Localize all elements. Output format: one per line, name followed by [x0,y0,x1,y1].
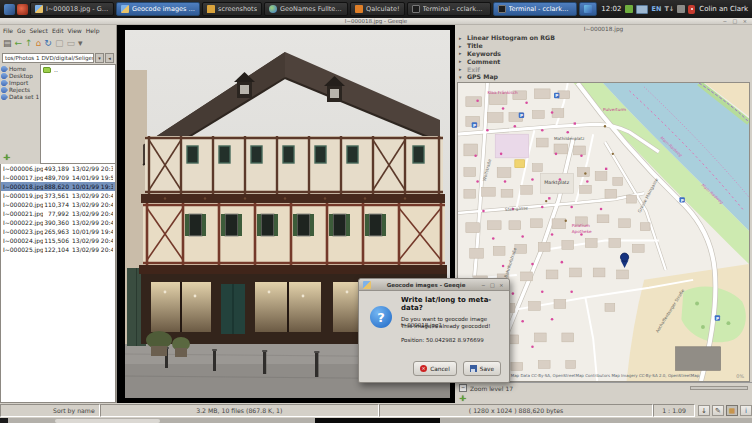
file-row[interactable]: I~000024.jpg115,50613/02/99 20:40:08 [1,236,115,245]
home-icon[interactable]: ⌂ [36,39,42,48]
cancel-icon: × [420,365,427,372]
float-file-list-icon[interactable]: ▭ [66,39,75,48]
file-row[interactable]: I~000025.jpg122,10413/02/99 20:40:08 [1,245,115,254]
add-map-button[interactable]: + [459,394,467,403]
shortcut-label: Data set 1 [9,94,39,100]
user-name[interactable]: Colin an Clark [699,5,748,13]
chevron-right-icon: ▸ [459,66,464,72]
pipette-icon[interactable]: ✎ [712,405,724,416]
file-date: 13/02/99 20:40:08 [72,237,113,244]
folder-up-item[interactable]: .. [43,66,113,73]
bottom-scrollbar-thumb[interactable] [55,419,160,423]
file-row[interactable]: I~000018.jpg888,62010/01/99 19:39:16 [1,182,115,191]
section-keywords[interactable]: ▸Keywords [459,50,750,58]
file-row[interactable]: I~000017.jpg489,70914/01/99 19:55:42 [1,173,115,182]
sort-by-button[interactable]: Sort by name [0,404,100,417]
section-exif[interactable]: ▸Exif [459,65,750,73]
sidebar-item-rejects[interactable]: Rejects [1,87,39,93]
map-label: Palatium [572,222,590,227]
status-bar: Sort by name 3.2 MB, 10 files (867.8 K, … [0,403,752,418]
file-row[interactable]: I~000021.jpg77,99213/02/99 20:40:02 [1,209,115,218]
file-size: 493,189 [43,165,72,172]
taskbar-window-button[interactable]: I~000018.jpg - Geeqie [30,2,114,16]
menu-help[interactable]: Help [86,27,100,34]
section-linear-histogram-on-rgb[interactable]: ▸Linear Histogram on RGB [459,34,750,42]
path-input[interactable]: tos/Photos 1 DVD/digital/Seligenstadt [2,53,94,63]
taskbar-window-button[interactable]: Terminal - cclark@taltr... [407,2,491,16]
taskbar-window-button[interactable]: screenshots [202,2,262,16]
taskbar-window-button[interactable] [579,2,597,16]
path-history-icon[interactable]: ◂ [105,53,114,63]
menubar: FileGoSelectEditViewHelp [0,25,116,36]
section-gps-map[interactable]: ▾GPS Map [459,73,750,81]
dialog-titlebar[interactable]: Geocode images - Geeqie − □ × [359,279,509,291]
menu-view[interactable]: View [68,27,82,34]
file-row[interactable]: I~000006.jpg493,18913/02/99 20:39:56 [1,164,115,173]
first-image-icon[interactable]: ↓ [698,405,710,416]
taskbar-window-label: Qalculate! [366,5,400,13]
section-title[interactable]: ▸Title [459,42,750,50]
info-icon[interactable]: i [740,405,752,416]
sidebar-sections: ▸Linear Histogram on RGB▸Title▸Keywords▸… [455,33,752,81]
taskbar-window-button[interactable]: Geocode images - Gee... [116,2,200,16]
section-label: Comment [467,58,500,65]
sidebar-item-data-set-1[interactable]: Data set 1 [1,94,39,100]
zoom-progress-track[interactable] [690,386,748,390]
split-pane-icon[interactable]: ▢ [55,39,64,48]
sidebar-item-desktop[interactable]: Desktop [1,73,39,79]
chevron-down-icon: ▾ [459,74,464,80]
taskbar-window-button[interactable]: Qalculate! [350,2,405,16]
save-button[interactable]: Save [463,361,501,376]
file-row[interactable]: I~000022.jpg390,36013/02/99 20:40:06 [1,218,115,227]
files-info: 3.2 MB, 10 files (867.8 K, 1) [100,404,379,417]
file-list: I~000006.jpg493,18913/02/99 20:39:56I~00… [0,164,116,403]
view-thumbnails-icon[interactable]: ▤ [3,39,12,48]
question-icon: ? [370,306,392,328]
toolbar-overflow-icon[interactable]: ▾ [78,39,83,48]
parking-letter: P [555,93,558,98]
section-label: GPS Map [467,73,498,80]
add-bookmark-button[interactable]: + [3,153,11,162]
refresh-icon[interactable]: ↻ [44,39,52,48]
file-row[interactable]: I~000023.jpg265,96310/01/99 19:40:46 [1,227,115,236]
dialog-window-controls[interactable]: − □ × [481,282,505,288]
file-row[interactable]: I~000019.jpg373,56113/02/99 20:40:00 [1,191,115,200]
keyboard-layout-indicator[interactable]: EN [651,5,661,13]
cancel-button[interactable]: × Cancel [413,361,457,376]
file-size: 122,104 [43,246,72,253]
menu-edit[interactable]: Edit [52,27,64,34]
display-settings-icon[interactable] [636,5,648,14]
taskbar-window-button[interactable]: Terminal - cclark@taltr... [493,2,577,16]
panel-app-icon[interactable] [17,4,28,15]
color-management-icon[interactable]: ▦ [726,405,738,416]
dialog-title: Geocode images - Geeqie [371,282,481,288]
dialog-text-line2: This image is already geocoded! [401,323,491,329]
clock[interactable]: 12:02 [601,5,621,13]
file-row[interactable]: I~000020.jpg110,37413/02/99 20:40:00 [1,200,115,209]
up-icon[interactable]: ↑ [25,39,33,48]
path-dropdown-icon[interactable]: ▾ [95,53,104,63]
file-name: I~000022.jpg [3,219,43,226]
sidebar-item-home[interactable]: Home [1,66,39,72]
shortcuts-pane: HomeDesktopImportRejectsData set 1+ [0,64,40,164]
window-controls[interactable]: − □ × [723,18,749,24]
back-icon[interactable]: ← [15,39,23,48]
menu-file[interactable]: File [3,27,13,34]
map-label: Klaa Fränkisch [487,90,518,95]
menu-select[interactable]: Select [29,27,48,34]
panel-menu-icon[interactable] [4,4,15,15]
file-date: 13/02/99 20:40:08 [72,246,113,253]
menu-go[interactable]: Go [17,27,25,34]
input-method-icon[interactable]: T↓ [664,5,674,13]
taskbar-window-label: Terminal - cclark@taltr... [423,5,486,13]
section-comment[interactable]: ▸Comment [459,57,750,65]
screenlock-icon[interactable] [688,5,695,14]
window-titlebar[interactable]: I~000018.jpg - Geeqie − □ × [0,18,752,25]
zoom-ratio[interactable]: 1 : 1.09 [653,404,695,417]
volume-icon[interactable] [677,5,685,13]
update-notifier-icon[interactable] [625,5,633,13]
sidebar-item-import[interactable]: Import [1,80,39,86]
zoom-collapse-icon[interactable]: − [459,384,467,392]
taskbar-window-button[interactable]: GeoNames Fulltextsear... [264,2,348,16]
file-date: 10/01/99 19:40:46 [72,228,113,235]
